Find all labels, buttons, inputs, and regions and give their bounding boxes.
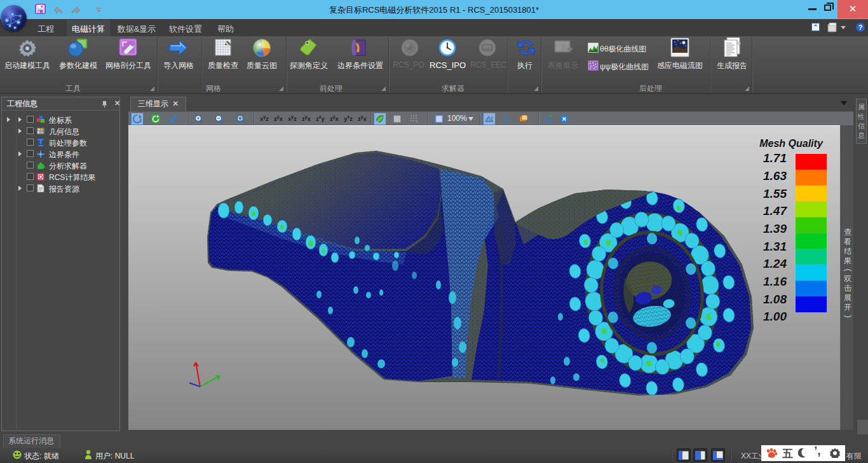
svg-text:1.08: 1.08 bbox=[763, 293, 787, 306]
svg-text:1.00: 1.00 bbox=[763, 310, 787, 323]
svg-text:1.39: 1.39 bbox=[763, 222, 787, 235]
svg-text:1.31: 1.31 bbox=[763, 240, 787, 253]
svg-text:1.24: 1.24 bbox=[763, 257, 787, 270]
svg-text:Mesh Quality: Mesh Quality bbox=[759, 138, 824, 149]
svg-text:1.55: 1.55 bbox=[763, 187, 787, 200]
svg-text:1.71: 1.71 bbox=[763, 151, 787, 165]
svg-text:1.16: 1.16 bbox=[763, 275, 787, 288]
svg-text:1.63: 1.63 bbox=[763, 169, 787, 183]
svg-text:1.47: 1.47 bbox=[763, 204, 787, 218]
